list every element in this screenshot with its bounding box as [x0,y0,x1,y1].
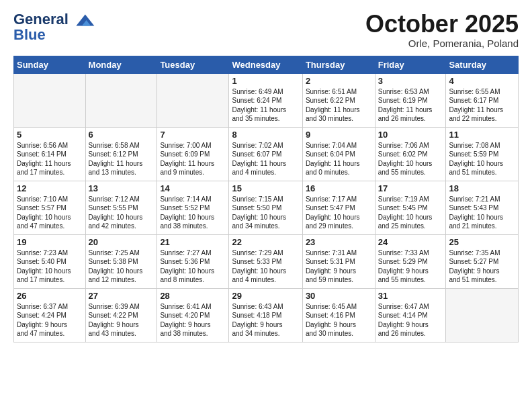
day-info: Sunrise: 6:55 AM Sunset: 6:17 PM Dayligh… [449,87,515,124]
day-number: 14 [160,183,226,193]
day-info: Sunrise: 6:37 AM Sunset: 4:24 PM Dayligh… [17,302,83,338]
day-number: 17 [378,183,443,193]
day-info: Sunrise: 6:56 AM Sunset: 6:14 PM Dayligh… [17,141,83,177]
calendar-table: SundayMondayTuesdayWednesdayThursdayFrid… [13,56,519,342]
day-info: Sunrise: 7:19 AM Sunset: 5:45 PM Dayligh… [378,195,443,231]
day-info: Sunrise: 7:23 AM Sunset: 5:40 PM Dayligh… [17,248,83,285]
weekday-header-tuesday: Tuesday [157,56,229,73]
day-info: Sunrise: 7:29 AM Sunset: 5:33 PM Dayligh… [232,248,299,285]
weekday-header-friday: Friday [375,56,446,73]
day-info: Sunrise: 6:43 AM Sunset: 4:18 PM Dayligh… [232,302,299,338]
day-number: 12 [17,183,83,193]
week-row-4: 19Sunrise: 7:23 AM Sunset: 5:40 PM Dayli… [14,234,519,288]
calendar-cell: 7Sunrise: 7:00 AM Sunset: 6:09 PM Daylig… [157,127,229,181]
calendar-cell: 25Sunrise: 7:35 AM Sunset: 5:27 PM Dayli… [446,234,519,288]
day-number: 7 [160,130,226,140]
day-info: Sunrise: 7:15 AM Sunset: 5:50 PM Dayligh… [232,195,299,231]
calendar-cell: 19Sunrise: 7:23 AM Sunset: 5:40 PM Dayli… [14,234,86,288]
day-number: 15 [232,183,299,193]
calendar-cell: 16Sunrise: 7:17 AM Sunset: 5:47 PM Dayli… [302,181,375,234]
week-row-1: 1Sunrise: 6:49 AM Sunset: 6:24 PM Daylig… [14,73,519,127]
calendar-cell: 22Sunrise: 7:29 AM Sunset: 5:33 PM Dayli… [229,234,302,288]
weekday-header-thursday: Thursday [302,56,375,73]
month-title: October 2025 [365,11,519,38]
day-number: 3 [378,76,443,86]
day-info: Sunrise: 7:14 AM Sunset: 5:52 PM Dayligh… [160,195,226,231]
calendar-cell: 21Sunrise: 7:27 AM Sunset: 5:36 PM Dayli… [157,234,229,288]
calendar-cell: 2Sunrise: 6:51 AM Sunset: 6:22 PM Daylig… [302,73,375,127]
calendar-cell [446,288,519,342]
day-number: 29 [232,291,299,301]
day-number: 31 [378,291,443,301]
calendar-cell: 23Sunrise: 7:31 AM Sunset: 5:31 PM Dayli… [302,234,375,288]
day-number: 24 [378,237,443,247]
calendar-cell [85,73,157,127]
calendar-cell: 15Sunrise: 7:15 AM Sunset: 5:50 PM Dayli… [229,181,302,234]
day-info: Sunrise: 7:21 AM Sunset: 5:43 PM Dayligh… [449,195,515,231]
day-info: Sunrise: 7:17 AM Sunset: 5:47 PM Dayligh… [306,195,372,231]
day-info: Sunrise: 6:41 AM Sunset: 4:20 PM Dayligh… [160,302,226,338]
week-row-2: 5Sunrise: 6:56 AM Sunset: 6:14 PM Daylig… [14,127,519,181]
day-number: 30 [306,291,372,301]
calendar-cell: 6Sunrise: 6:58 AM Sunset: 6:12 PM Daylig… [85,127,157,181]
day-info: Sunrise: 7:00 AM Sunset: 6:09 PM Dayligh… [160,141,226,177]
day-number: 18 [449,183,515,193]
day-number: 9 [306,130,372,140]
day-info: Sunrise: 7:31 AM Sunset: 5:31 PM Dayligh… [306,248,372,285]
day-info: Sunrise: 6:49 AM Sunset: 6:24 PM Dayligh… [232,87,299,124]
weekday-header-row: SundayMondayTuesdayWednesdayThursdayFrid… [14,56,519,73]
day-number: 23 [306,237,372,247]
calendar-cell: 5Sunrise: 6:56 AM Sunset: 6:14 PM Daylig… [14,127,86,181]
calendar-cell: 18Sunrise: 7:21 AM Sunset: 5:43 PM Dayli… [446,181,519,234]
day-info: Sunrise: 7:35 AM Sunset: 5:27 PM Dayligh… [449,248,515,285]
calendar-cell: 9Sunrise: 7:04 AM Sunset: 6:04 PM Daylig… [302,127,375,181]
calendar-cell: 30Sunrise: 6:45 AM Sunset: 4:16 PM Dayli… [302,288,375,342]
weekday-header-sunday: Sunday [14,56,86,73]
day-number: 19 [17,237,83,247]
page: General Blue October 2025 Orle, Pomerani… [0,0,532,349]
day-info: Sunrise: 7:06 AM Sunset: 6:02 PM Dayligh… [378,141,443,177]
day-number: 27 [89,291,154,301]
day-number: 16 [306,183,372,193]
calendar-cell: 31Sunrise: 6:47 AM Sunset: 4:14 PM Dayli… [375,288,446,342]
day-info: Sunrise: 7:33 AM Sunset: 5:29 PM Dayligh… [378,248,443,285]
day-info: Sunrise: 7:10 AM Sunset: 5:57 PM Dayligh… [17,195,83,231]
day-info: Sunrise: 6:51 AM Sunset: 6:22 PM Dayligh… [306,87,372,124]
calendar-cell: 28Sunrise: 6:41 AM Sunset: 4:20 PM Dayli… [157,288,229,342]
day-number: 22 [232,237,299,247]
day-info: Sunrise: 7:12 AM Sunset: 5:55 PM Dayligh… [89,195,154,231]
day-info: Sunrise: 7:08 AM Sunset: 5:59 PM Dayligh… [449,141,515,177]
calendar-cell: 1Sunrise: 6:49 AM Sunset: 6:24 PM Daylig… [229,73,302,127]
location: Orle, Pomerania, Poland [365,38,519,49]
calendar-cell: 13Sunrise: 7:12 AM Sunset: 5:55 PM Dayli… [85,181,157,234]
day-number: 11 [449,130,515,140]
calendar-cell: 20Sunrise: 7:25 AM Sunset: 5:38 PM Dayli… [85,234,157,288]
day-number: 10 [378,130,443,140]
day-number: 28 [160,291,226,301]
calendar-cell: 4Sunrise: 6:55 AM Sunset: 6:17 PM Daylig… [446,73,519,127]
title-block: October 2025 Orle, Pomerania, Poland [365,11,519,49]
day-number: 26 [17,291,83,301]
calendar-cell: 29Sunrise: 6:43 AM Sunset: 4:18 PM Dayli… [229,288,302,342]
day-number: 20 [89,237,154,247]
day-info: Sunrise: 7:27 AM Sunset: 5:36 PM Dayligh… [160,248,226,285]
day-info: Sunrise: 6:58 AM Sunset: 6:12 PM Dayligh… [89,141,154,177]
weekday-header-wednesday: Wednesday [229,56,302,73]
header: General Blue October 2025 Orle, Pomerani… [13,11,519,49]
weekday-header-saturday: Saturday [446,56,519,73]
day-info: Sunrise: 6:53 AM Sunset: 6:19 PM Dayligh… [378,87,443,124]
calendar-cell: 24Sunrise: 7:33 AM Sunset: 5:29 PM Dayli… [375,234,446,288]
calendar-cell: 10Sunrise: 7:06 AM Sunset: 6:02 PM Dayli… [375,127,446,181]
logo-icon [74,11,95,30]
day-number: 13 [89,183,154,193]
day-number: 25 [449,237,515,247]
day-info: Sunrise: 7:04 AM Sunset: 6:04 PM Dayligh… [306,141,372,177]
day-info: Sunrise: 7:25 AM Sunset: 5:38 PM Dayligh… [89,248,154,285]
weekday-header-monday: Monday [85,56,157,73]
calendar-cell: 12Sunrise: 7:10 AM Sunset: 5:57 PM Dayli… [14,181,86,234]
week-row-3: 12Sunrise: 7:10 AM Sunset: 5:57 PM Dayli… [14,181,519,234]
day-info: Sunrise: 6:39 AM Sunset: 4:22 PM Dayligh… [89,302,154,338]
calendar-cell: 3Sunrise: 6:53 AM Sunset: 6:19 PM Daylig… [375,73,446,127]
calendar-cell [157,73,229,127]
calendar-cell: 11Sunrise: 7:08 AM Sunset: 5:59 PM Dayli… [446,127,519,181]
